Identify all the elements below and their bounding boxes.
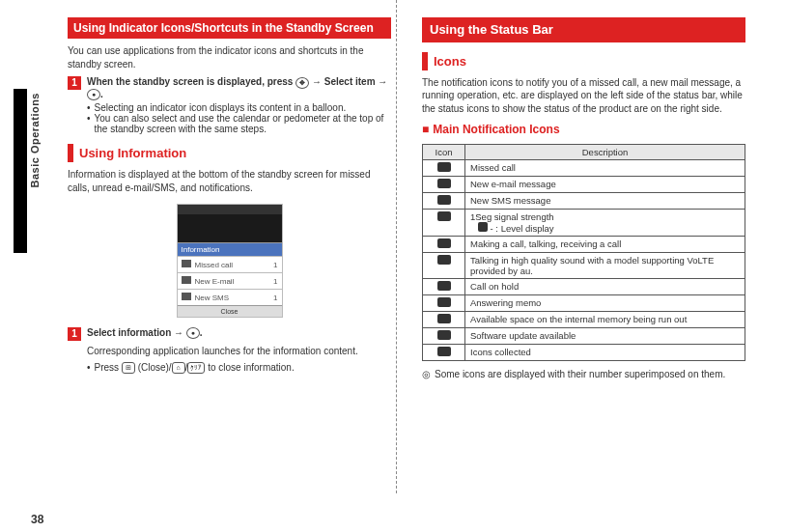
phone-screenshot: Information Missed call1 New E-mail1 New… [177, 204, 283, 318]
table-row: New e-mail message [423, 177, 745, 193]
table-row: Talking in high quality sound with a mod… [423, 253, 745, 279]
step-instruction: When the standby screen is displayed, pr… [87, 76, 391, 100]
table-row: Missed call [423, 160, 745, 177]
volte-icon [437, 255, 451, 265]
bullet-item: • Press ⊞ (Close)/⌂/ｸﾘｱ to close informa… [87, 362, 391, 374]
left-column: Using Indicator Icons/Shortcuts in the S… [68, 17, 391, 379]
phone-info-header: Information [178, 243, 282, 256]
phone-info-row: Missed call1 [178, 256, 282, 272]
square-bullet-icon: ■ [422, 123, 429, 136]
nav-key-icon: ✥ [295, 77, 309, 89]
col-description: Description [465, 145, 745, 160]
note-symbol: ◎ [422, 369, 431, 379]
subheading-icons: Icons [422, 52, 745, 70]
footnote: ◎ Some icons are displayed with their nu… [422, 369, 745, 379]
hold-icon [437, 281, 451, 291]
signal-icon [437, 211, 451, 221]
collected-icon [437, 347, 451, 356]
call-active-icon [437, 238, 451, 248]
heading-status-bar: Using the Status Bar [422, 17, 745, 42]
storage-low-icon [437, 314, 451, 323]
phone-close-button: Close [178, 305, 282, 317]
home-key-icon: ⌂ [172, 362, 185, 374]
table-row: Making a call, talking, receiving a call [423, 237, 745, 253]
table-row: New SMS message [423, 193, 745, 210]
step-detail: Corresponding application launches for t… [87, 345, 391, 358]
clear-key-icon: ｸﾘｱ [187, 362, 205, 374]
step-1: 1 When the standby screen is displayed, … [68, 76, 391, 100]
heading-indicator-icons: Using Indicator Icons/Shortcuts in the S… [68, 17, 391, 39]
answering-memo-icon [437, 297, 451, 307]
missed-call-icon [182, 260, 191, 267]
col-icon: Icon [423, 145, 465, 160]
center-key-icon: ● [87, 89, 100, 100]
phone-info-row: New E-mail1 [178, 272, 282, 289]
update-icon [437, 330, 451, 340]
right-column: Using the Status Bar Icons The notificat… [422, 17, 745, 379]
soft-key-icon: ⊞ [122, 362, 135, 374]
heading-using-information: Using Information [68, 144, 391, 162]
table-row: Call on hold [423, 279, 745, 295]
side-tab [14, 89, 27, 253]
email-icon [182, 276, 191, 284]
intro-text: The notification icons to notify you of … [422, 76, 745, 116]
notification-icons-table: Icon Description Missed call New e-mail … [422, 144, 745, 361]
intro-text: You can use applications from the indica… [68, 44, 391, 70]
step-1b: 1 Select information → ●. [68, 327, 391, 341]
subheading-notification-icons: ■Main Notification Icons [422, 123, 745, 136]
page-number: 38 [31, 513, 43, 526]
step-instruction: Select information → ●. [87, 327, 203, 341]
table-row: Available space on the internal memory b… [423, 312, 745, 328]
phone-info-row: New SMS1 [178, 289, 282, 305]
intro-text: Information is displayed at the bottom o… [68, 168, 391, 194]
missed-call-icon [437, 162, 451, 172]
phone-home-area [178, 214, 282, 243]
step-number-icon: 1 [68, 327, 81, 341]
phone-statusbar [178, 205, 282, 214]
table-row: Answering memo [423, 295, 745, 312]
bullet-item: •Selecting an indicator icon displays it… [87, 102, 391, 113]
center-key-icon: ● [186, 327, 200, 339]
sms-icon [437, 195, 451, 205]
side-section-label: Basic Operations [29, 93, 41, 187]
table-row: Icons collected [423, 345, 745, 361]
table-row: Software update available [423, 328, 745, 345]
sms-icon [182, 293, 191, 300]
level-low-icon [478, 222, 488, 232]
column-divider [396, 0, 397, 493]
email-icon [437, 179, 451, 188]
table-header-row: Icon Description [423, 145, 745, 160]
bullet-item: •You can also select and use the calenda… [87, 113, 391, 134]
step-number-icon: 1 [68, 76, 81, 90]
table-row: 1Seg signal strength - : Level display [423, 210, 745, 237]
